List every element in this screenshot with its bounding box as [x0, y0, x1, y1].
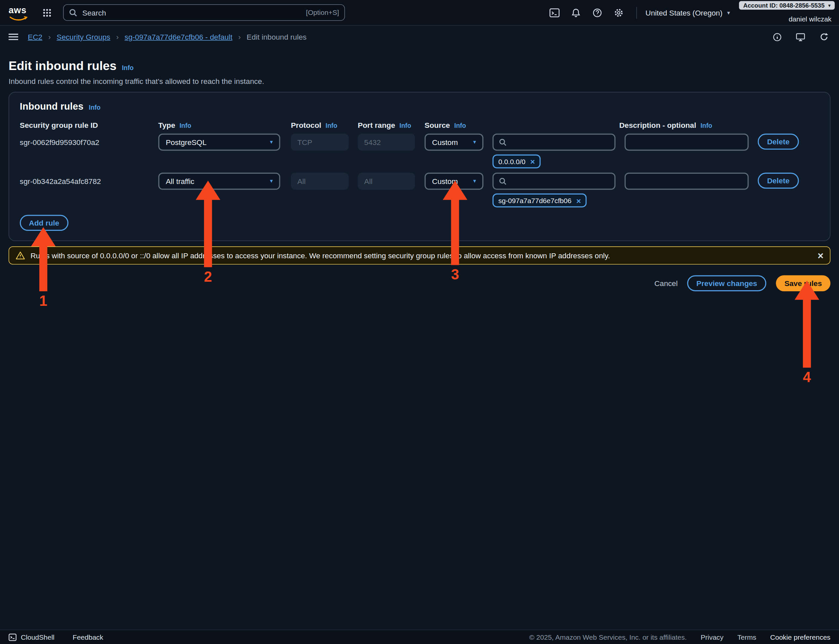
description-field[interactable] [625, 134, 748, 151]
region-selector[interactable]: United States (Oregon) ▼ [646, 8, 731, 17]
rule-id-value: sgr-0b342a2a54afc8782 [20, 177, 101, 186]
panel-info-link[interactable]: Info [89, 104, 101, 111]
rules-table-header: Security group rule ID TypeInfo Protocol… [20, 121, 819, 130]
type-select-value: All traffic [166, 177, 194, 186]
delete-rule-button[interactable]: Delete [758, 134, 799, 150]
chevron-down-icon: ▾ [828, 3, 831, 8]
help-icon[interactable] [588, 4, 607, 21]
column-rule-id: Security group rule ID [20, 121, 98, 130]
close-icon[interactable]: × [818, 250, 823, 261]
breadcrumb-bar: EC2 › Security Groups › sg-097a7a77d6e7c… [0, 26, 839, 48]
footer-right: © 2025, Amazon Web Services, Inc. or its… [529, 633, 831, 641]
chevron-down-icon: ▼ [269, 140, 274, 145]
inbound-rule-row: sgr-0b342a2a54afc8782 All traffic ▼ All … [20, 173, 819, 207]
refresh-icon[interactable] [818, 30, 831, 43]
type-info-link[interactable]: Info [180, 122, 191, 130]
source-type-select[interactable]: Custom ▼ [424, 173, 483, 190]
source-type-select[interactable]: Custom ▼ [424, 134, 483, 151]
save-rules-button[interactable]: Save rules [776, 275, 831, 291]
breadcrumb-link-security-groups[interactable]: Security Groups [56, 33, 110, 41]
hamburger-menu-icon[interactable] [8, 33, 18, 41]
aws-logo[interactable]: aws [8, 5, 29, 20]
user-menu[interactable]: daniel wilczak [789, 15, 832, 23]
info-icon[interactable] [771, 30, 783, 43]
search-shortcut: [Option+S] [306, 8, 339, 16]
protocol-field: All [291, 173, 349, 190]
annotation-number-4: 4 [803, 369, 811, 386]
description-input[interactable] [631, 137, 742, 147]
topbar-right-cluster: United States (Oregon) ▼ [546, 4, 731, 21]
breadcrumb-separator-icon: › [48, 33, 51, 41]
source-token-label: 0.0.0.0/0 [498, 158, 526, 166]
remove-token-icon[interactable]: × [530, 158, 535, 166]
aws-logo-text: aws [8, 5, 26, 15]
column-protocol: Protocol [291, 121, 321, 130]
source-token-label: sg-097a7a77d6e7cfb06 [498, 197, 572, 204]
breadcrumb-actions [771, 30, 831, 43]
cloudshell-button[interactable]: CloudShell [8, 633, 54, 641]
source-input[interactable] [510, 176, 609, 186]
settings-gear-icon[interactable] [610, 4, 628, 21]
terms-link[interactable]: Terms [737, 633, 756, 641]
chevron-down-icon: ▼ [472, 179, 477, 184]
add-rule-button[interactable]: Add rule [20, 215, 68, 231]
account-id-badge[interactable]: Account ID: 0848-2856-5535 ▾ [739, 1, 835, 10]
inbound-rules-panel: Inbound rules Info Security group rule I… [8, 92, 831, 241]
cloudshell-terminal-icon[interactable] [546, 4, 564, 21]
port-range-field: All [358, 173, 415, 190]
global-search[interactable]: [Option+S] [63, 4, 345, 21]
region-label: United States (Oregon) [646, 8, 723, 17]
notifications-bell-icon[interactable] [567, 4, 585, 21]
page-info-link[interactable]: Info [122, 64, 134, 72]
column-type: Type [158, 121, 175, 130]
protocol-info-link[interactable]: Info [326, 122, 338, 130]
protocol-field: TCP [291, 134, 349, 151]
breadcrumb-link-ec2[interactable]: EC2 [28, 33, 42, 41]
privacy-link[interactable]: Privacy [701, 633, 723, 641]
apps-grid-icon[interactable] [43, 8, 51, 17]
type-select[interactable]: All traffic ▼ [158, 173, 280, 190]
annotation-number-1: 1 [40, 293, 47, 309]
source-info-link[interactable]: Info [454, 122, 466, 130]
source-token: 0.0.0.0/0 × [493, 154, 541, 168]
description-info-link[interactable]: Info [701, 122, 712, 130]
delete-rule-button[interactable]: Delete [758, 173, 799, 189]
search-icon [499, 138, 506, 146]
annotation-arrow-4: 4 [795, 281, 819, 386]
remove-token-icon[interactable]: × [576, 197, 581, 204]
source-search-field[interactable] [493, 134, 615, 151]
preview-changes-button[interactable]: Preview changes [687, 275, 766, 291]
port-range-info-link[interactable]: Info [399, 122, 411, 130]
breadcrumb: EC2 › Security Groups › sg-097a7a77d6e7c… [28, 33, 307, 41]
breadcrumb-separator-icon: › [238, 33, 241, 41]
main-content: Edit inbound rules Info Inbound rules co… [0, 48, 839, 291]
inbound-rule-row: sgr-0062f9d95930f70a2 PostgreSQL ▼ TCP 5… [20, 134, 819, 168]
walkthrough-monitor-icon[interactable] [794, 30, 807, 43]
chevron-down-icon: ▼ [726, 10, 731, 15]
type-select[interactable]: PostgreSQL ▼ [158, 134, 280, 151]
warning-banner: Rules with source of 0.0.0.0/0 or ::/0 a… [8, 246, 831, 264]
cookie-preferences-link[interactable]: Cookie preferences [770, 633, 831, 641]
warning-text: Rules with source of 0.0.0.0/0 or ::/0 a… [30, 251, 610, 260]
console-footer: CloudShell Feedback © 2025, Amazon Web S… [0, 629, 839, 644]
description-input[interactable] [631, 176, 742, 186]
panel-title: Inbound rules [20, 101, 83, 112]
chevron-down-icon: ▼ [269, 179, 274, 184]
form-actions: Cancel Preview changes Save rules [8, 275, 831, 291]
account-id-label: Account ID: 0848-2856-5535 [743, 2, 824, 8]
search-input[interactable] [81, 8, 302, 17]
source-search-field[interactable] [493, 173, 615, 190]
description-field[interactable] [625, 173, 748, 190]
top-navigation-bar: aws [Option+S] [0, 0, 839, 26]
port-range-field: 5432 [358, 134, 415, 151]
warning-triangle-icon [15, 251, 25, 260]
cancel-button[interactable]: Cancel [654, 279, 677, 288]
breadcrumb-link-security-group[interactable]: sg-097a7a77d6e7cfb06 - default [125, 33, 232, 41]
topbar-divider [636, 7, 637, 18]
search-icon [499, 177, 506, 185]
search-icon [69, 8, 77, 16]
breadcrumb-separator-icon: › [116, 33, 119, 41]
source-input[interactable] [510, 137, 609, 147]
feedback-link[interactable]: Feedback [73, 633, 103, 641]
aws-console-screen: aws [Option+S] [0, 0, 839, 644]
